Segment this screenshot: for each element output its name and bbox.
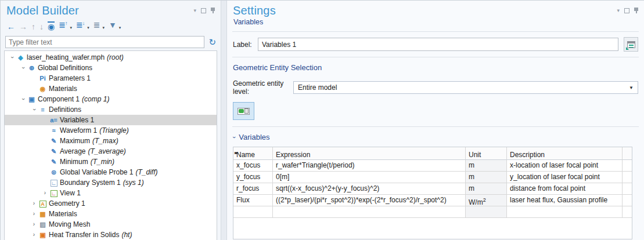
tree-item-boundary-system-1[interactable]: ∟Boundary System 1(sys 1) (5, 177, 217, 188)
tree-item-average[interactable]: ✎Average(T_average) (5, 146, 217, 157)
table-cell[interactable]: m (466, 172, 507, 183)
global-definitions-icon: ⊕ (27, 64, 37, 71)
table-cell[interactable]: m (466, 160, 507, 172)
table-cell[interactable]: Flux (233, 195, 273, 206)
table-cell[interactable]: laser heat flux, Gaussian profile (507, 195, 623, 206)
filter-input[interactable] (5, 36, 204, 48)
tree-item-component-1[interactable]: ›▣Component 1(comp 1) (5, 94, 217, 104)
active-toggle-button[interactable] (233, 102, 254, 120)
minimum-operator-icon: ✎ (49, 158, 59, 165)
table-cell-empty[interactable] (466, 206, 507, 218)
moving-mesh-icon: ▨ (38, 221, 48, 228)
geometric-entity-level-select[interactable]: Entire model ▼ (293, 81, 638, 94)
table-cell-empty[interactable] (233, 206, 273, 218)
chevron-down-icon[interactable]: › (20, 64, 26, 72)
tree-item-tag: (Triangle) (99, 126, 128, 134)
table-cell[interactable]: ((2*p_laser)/(pi*r_spot^2))*exp(-(2*r_fo… (273, 195, 466, 206)
tree-item-variables-1[interactable]: a=Variables 1 (5, 115, 217, 125)
table-cell[interactable]: r_focus (233, 183, 273, 195)
chevron-down-icon[interactable]: › (31, 106, 37, 114)
heat-transfer-icon: ▣ (38, 231, 48, 238)
chevron-right-icon[interactable]: › (41, 190, 49, 196)
tree-item-materials[interactable]: ◉Materials (5, 83, 217, 94)
geometry-icon: A (38, 200, 48, 208)
table-cell[interactable]: x_focus (233, 160, 273, 172)
chevron-down-icon: ▼ (629, 85, 634, 90)
tree-item-label: Boundary System 1 (60, 179, 121, 187)
table-cell[interactable]: m (466, 183, 507, 195)
chevron-right-icon[interactable]: › (30, 201, 38, 206)
geometric-entity-level-row: Geometric entity level: Entire model ▼ (232, 75, 639, 99)
go-back-button[interactable]: ← (5, 21, 17, 32)
move-columns-icon[interactable]: ▸▸ (235, 147, 237, 160)
table-cell[interactable]: y_focus (233, 172, 273, 183)
table-cell[interactable]: distance from focal point (507, 183, 623, 195)
show-button[interactable]: ◉ (46, 21, 56, 32)
label-input[interactable] (258, 38, 618, 51)
tree-item-moving-mesh[interactable]: ›▨Moving Mesh (5, 219, 217, 230)
tree-item-laser-heating-wafer-mph[interactable]: ›◈laser_heating_wafer.mph(root) (5, 52, 217, 63)
settings-panel: Settings ▾ Variables Label: Geometric En… (226, 1, 644, 240)
tree-item-tag: (comp 1) (82, 95, 109, 103)
tree-item-minimum[interactable]: ✎Minimum(T_min) (5, 157, 217, 167)
move-down-button[interactable]: ↓ (38, 21, 45, 32)
table-cell[interactable]: r_wafer*Triangle(t/period) (273, 160, 466, 172)
tree-item-global-definitions[interactable]: ›⊕Global Definitions (5, 63, 217, 73)
float-panel-icon[interactable] (201, 8, 206, 13)
float-panel-icon[interactable] (624, 8, 629, 13)
model-tree-node-text-button[interactable]: ≣▾ (92, 20, 106, 33)
move-up-icon: ↑ (31, 22, 35, 31)
tree-item-definitions[interactable]: ›≡Definitions (5, 104, 217, 115)
table-cell[interactable]: W/m2 (466, 195, 507, 206)
tree-item-tag: (T_min) (91, 158, 114, 166)
table-cell[interactable] (623, 183, 632, 195)
pin-panel-icon[interactable] (634, 8, 638, 13)
tree-item-view-1[interactable]: ›∟View 1 (5, 188, 217, 198)
tree-item-waveform-1[interactable]: ≈Waveform 1(Triangle) (5, 125, 217, 136)
pin-panel-icon[interactable] (211, 8, 215, 13)
filter-button[interactable]: ▼▾ (107, 20, 123, 33)
form-corner-icon (626, 47, 629, 50)
tree-item-maximum[interactable]: ✎Maximum(T_max) (5, 136, 217, 146)
filter-row: ↻ (1, 35, 221, 50)
chevron-down-icon[interactable]: › (9, 54, 15, 61)
section-variables[interactable]: › Variables (232, 127, 639, 146)
table-cell[interactable]: y_location of laser focal point (507, 172, 623, 183)
table-cell-empty[interactable] (507, 206, 623, 218)
variables-icon: a= (49, 117, 59, 123)
tree-item-label: Geometry 1 (49, 199, 85, 208)
table-cell[interactable] (623, 172, 632, 183)
expand-all-icon: ≣ (76, 20, 83, 30)
tree-item-materials[interactable]: ›▦Materials (5, 209, 217, 219)
table-cell[interactable] (623, 195, 632, 206)
collapse-all-button[interactable]: ≣↑▾ (57, 20, 74, 33)
variables-table-empty-area[interactable] (233, 218, 632, 239)
table-cell[interactable]: 0[m] (273, 172, 466, 183)
move-up-button[interactable]: ↑ (30, 21, 37, 32)
tree-item-parameters-1[interactable]: PiParameters 1 (5, 73, 217, 83)
table-cell[interactable] (623, 160, 632, 172)
column-header-expression: Expression (273, 147, 466, 160)
chevron-right-icon[interactable]: › (30, 232, 38, 238)
go-forward-button[interactable]: → (17, 21, 29, 32)
panel-menu-icon[interactable]: ▾ (617, 8, 620, 13)
refresh-icon[interactable]: ↻ (208, 38, 216, 46)
tree-item-geometry-1[interactable]: ›AGeometry 1 (5, 198, 217, 209)
view-icon: ∟ (49, 190, 59, 197)
table-cell[interactable]: sqrt((x-x_focus)^2+(y-y_focus)^2) (273, 183, 466, 195)
table-cell-empty[interactable] (623, 206, 632, 218)
chevron-right-icon[interactable]: › (30, 211, 38, 217)
panel-menu-icon[interactable]: ▾ (193, 8, 196, 13)
tree-item-global-variable-probe-1[interactable]: ⊚Global Variable Probe 1(T_diff) (5, 167, 217, 177)
expand-all-button[interactable]: ≣↓▾ (74, 20, 91, 33)
chevron-down-icon[interactable]: › (20, 96, 26, 103)
chevron-right-icon[interactable]: › (30, 221, 38, 227)
equation-view-button[interactable] (624, 37, 638, 52)
tree-item-label: Variables 1 (60, 116, 94, 124)
toggle-icon (238, 108, 250, 115)
section-geometric-entity-selection[interactable]: Geometric Entity Selection (232, 57, 639, 75)
tree-item-heat-transfer-in-solids[interactable]: ›▣Heat Transfer in Solids(ht) (5, 230, 217, 240)
table-cell[interactable]: x-location of laser focal point (507, 160, 623, 172)
table-cell-empty[interactable] (273, 206, 466, 218)
tree-item-tag: (T_max) (92, 137, 118, 145)
